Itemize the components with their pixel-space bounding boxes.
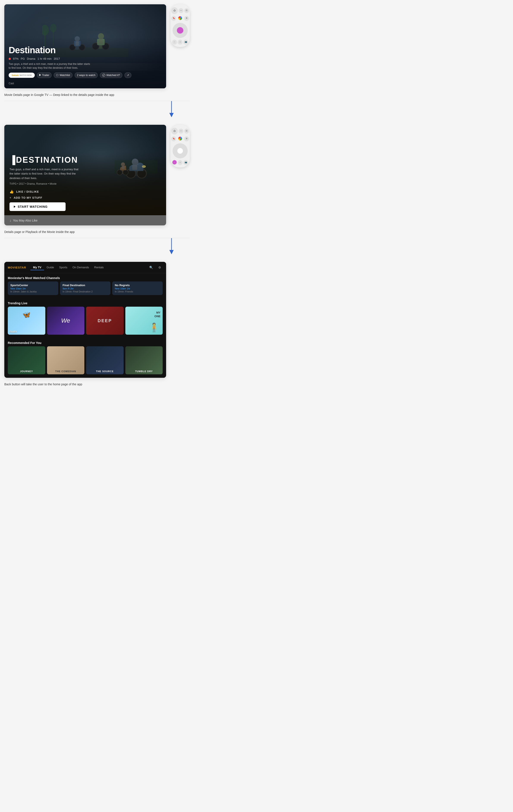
dpad-outer-2[interactable] bbox=[172, 143, 188, 158]
watchlist-button[interactable]: ☐ Watchlist bbox=[54, 72, 72, 78]
bookmark-button[interactable]: 🔖 bbox=[171, 16, 176, 20]
dpad-center-button[interactable] bbox=[177, 27, 183, 34]
trending-thumb-0[interactable]: 🦋 FAIRY bbox=[8, 307, 45, 335]
app-description: Two guys, a thief and a rich man, meet i… bbox=[9, 167, 79, 181]
add-to-stuff-button[interactable]: + ADD TO MY STUFF bbox=[9, 196, 161, 199]
back-button-2[interactable]: ← bbox=[172, 160, 177, 165]
action-buttons-row: tivium WATCH NOW Trailer bbox=[9, 72, 162, 78]
dpad-outer[interactable] bbox=[172, 23, 188, 38]
power-button-2[interactable]: ⏻ bbox=[171, 128, 178, 134]
nav-item-ondemands[interactable]: On Demands bbox=[70, 265, 92, 270]
settings-button-2[interactable]: ⚙ bbox=[185, 137, 189, 141]
cast-section: Cast bbox=[9, 80, 162, 85]
recommended-grid: JOURNEY THE COMEDIAN THE SOURCE TUMBLE D… bbox=[4, 346, 166, 378]
tv-button-2[interactable]: 📺 bbox=[184, 160, 188, 165]
recommended-title: Recommended For You bbox=[4, 338, 166, 346]
settings-nav-button[interactable]: ⚙ bbox=[157, 264, 163, 270]
movie-title: Destination bbox=[9, 45, 162, 55]
bookmark-icon: ☐ bbox=[56, 74, 58, 77]
ways-label: 2 ways to watch bbox=[77, 74, 96, 77]
power-button[interactable]: ⏻ bbox=[171, 7, 178, 13]
moviestar-nav: MOVIESTAR My TV Guide Sports On Demands bbox=[4, 262, 166, 273]
check-circle-icon: ✓ bbox=[102, 74, 105, 77]
section2-caption: Details page or Playback of the Movie in… bbox=[0, 228, 194, 238]
app-meta: TVPG • 2017 • Drama, Romance • Movie bbox=[9, 182, 161, 185]
tv-button[interactable]: 📺 bbox=[184, 40, 188, 44]
watchlist-label: Watchlist bbox=[59, 74, 70, 77]
channel-card-0[interactable]: SportsCenter New 10am 1hr In 19min: Jale… bbox=[8, 282, 58, 295]
you-may-also-bar[interactable]: ↓ You May Also Like bbox=[4, 215, 166, 225]
section1-caption: Movie Details page in Google TV — Deep l… bbox=[0, 90, 194, 101]
ways-to-watch-button[interactable]: 2 ways to watch bbox=[75, 72, 98, 78]
search-button[interactable]: 🔍 bbox=[148, 264, 154, 270]
nav-icons: 🔍 ⚙ bbox=[148, 264, 163, 270]
app-screen-card: ▐DESTINATION Two guys, a thief and a ric… bbox=[4, 125, 166, 225]
menu-button[interactable]: — bbox=[179, 8, 183, 12]
rec-thumb-0[interactable]: JOURNEY bbox=[8, 346, 45, 374]
svg-point-13 bbox=[42, 25, 49, 35]
channel-card-2[interactable]: No Regrets New 10am 1hr In 19min: Friend… bbox=[112, 282, 163, 295]
home-button-2[interactable]: ⌂ bbox=[178, 160, 182, 165]
channel-name-0: SportsCenter bbox=[10, 284, 56, 287]
start-watching-button[interactable]: START WATCHING bbox=[9, 202, 65, 211]
deep-text: DEEP bbox=[98, 318, 112, 323]
channel-name-1: Final Destination bbox=[62, 284, 108, 287]
google-assistant-button[interactable] bbox=[177, 15, 183, 21]
audience-score: 97% bbox=[13, 57, 19, 60]
watched-it-button[interactable]: ✓ Watched it? bbox=[100, 72, 122, 78]
share-button[interactable]: ↗ bbox=[125, 72, 131, 78]
rec-thumb-2[interactable]: THE SOURCE bbox=[86, 346, 124, 374]
home-button[interactable]: ⌂ bbox=[178, 40, 182, 44]
tv-input-button-2[interactable]: ⊡ bbox=[185, 129, 189, 133]
down-arrow-svg-1 bbox=[166, 101, 177, 118]
play-icon bbox=[39, 74, 41, 77]
remote2-top-row: ⏻ — ⊡ bbox=[171, 128, 189, 134]
nav-item-rentals[interactable]: Rentals bbox=[92, 265, 106, 270]
app-action-list: 👍 LIKE / DISLIKE + ADD TO MY STUFF bbox=[9, 190, 161, 199]
caption-text-2: Details page or Playback of the Movie in… bbox=[4, 230, 75, 234]
rec-thumb-3[interactable]: TUMBLE DRY bbox=[125, 346, 163, 374]
rec-thumb-1[interactable]: THE COMEDIAN bbox=[47, 346, 85, 374]
nav-item-mytv[interactable]: My TV bbox=[30, 265, 44, 270]
channel-card-1[interactable]: Final Destination 9am R 2hr In 19min: Fi… bbox=[60, 282, 110, 295]
menu-button-2[interactable]: — bbox=[179, 129, 183, 133]
trending-thumb-3[interactable]: MYONE 🧍 bbox=[125, 307, 163, 335]
google-assistant-button-2[interactable] bbox=[177, 136, 183, 142]
arrow-connector-1 bbox=[0, 101, 194, 120]
channel-info-2: In 19min: Friends bbox=[115, 290, 160, 293]
remote-nav-row: ← ⌂ 📺 bbox=[172, 40, 188, 44]
butterfly-icon: 🦋 bbox=[22, 311, 30, 319]
rec-label-2: THE SOURCE bbox=[88, 370, 122, 373]
trending-label-0: FAIRY bbox=[9, 330, 17, 334]
most-watched-title: Moviestar's Most Watched Channels bbox=[4, 273, 166, 282]
we-text: We bbox=[61, 317, 70, 324]
dpad-center-button-2[interactable] bbox=[177, 148, 183, 154]
settings-button[interactable]: ⚙ bbox=[185, 16, 189, 20]
moviestar-logo: MOVIESTAR bbox=[8, 266, 26, 269]
moviestar-screen: MOVIESTAR My TV Guide Sports On Demands bbox=[4, 262, 166, 378]
app-details-hero: ▐DESTINATION Two guys, a thief and a ric… bbox=[4, 125, 166, 215]
nav-item-sports[interactable]: Sports bbox=[56, 265, 70, 270]
tivium-logo: tivium bbox=[12, 74, 19, 77]
trending-thumb-2[interactable]: DEEP bbox=[86, 307, 124, 335]
nav-item-guide[interactable]: Guide bbox=[44, 265, 57, 270]
trailer-button[interactable]: Trailer bbox=[37, 72, 52, 78]
tv-input-button[interactable]: ⊡ bbox=[185, 8, 189, 12]
start-watching-label: START WATCHING bbox=[18, 205, 48, 208]
bookmark-button-2[interactable]: 🔖 bbox=[171, 137, 176, 141]
movie-description: Two guys, a thief and a rich man, meet i… bbox=[9, 62, 90, 70]
tivium-watch-button[interactable]: tivium WATCH NOW bbox=[9, 72, 35, 78]
channels-grid: SportsCenter New 10am 1hr In 19min: Jale… bbox=[4, 282, 166, 298]
back-button[interactable]: ← bbox=[172, 40, 177, 44]
title-bracket: ▐ bbox=[9, 155, 16, 165]
down-arrow-svg-2 bbox=[166, 238, 177, 255]
person-silhouette: 🧍 bbox=[148, 322, 159, 332]
myone-text: MYONE bbox=[155, 311, 161, 318]
share-icon: ↗ bbox=[127, 74, 129, 77]
app-remote: ⏻ — ⊡ 🔖 ⚙ ← ⌂ 📺 bbox=[170, 125, 190, 168]
remote-top-row: ⏻ — ⊡ bbox=[171, 7, 189, 13]
movie-metadata: 97% PG Drama 1 hr 49 min 2017 bbox=[9, 57, 162, 60]
add-to-stuff-label: ADD TO MY STUFF bbox=[14, 196, 42, 199]
trending-thumb-1[interactable]: We bbox=[47, 307, 85, 335]
like-dislike-button[interactable]: 👍 LIKE / DISLIKE bbox=[9, 190, 161, 194]
